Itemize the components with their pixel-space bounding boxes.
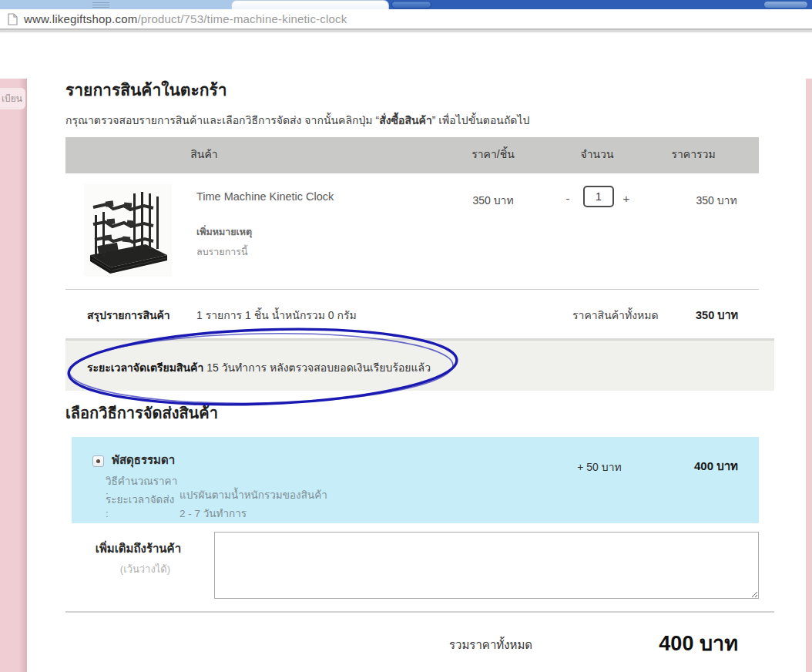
- address-bar: www.likegiftshop.com/product/753/time-ma…: [0, 9, 812, 29]
- header-price-per-piece: ราคา/ชิ้น: [471, 146, 515, 163]
- preparation-notice-rest: 15 วันทำการ หลังตรวจสอบยอดเงินเรียบร้อยแ…: [203, 361, 431, 374]
- note-label: เพิ่มเติมถึงร้านค้า: [65, 539, 181, 558]
- product-image[interactable]: [84, 184, 172, 277]
- browser-tab-bar: [0, 0, 812, 9]
- register-tab-fragment[interactable]: เบียน: [0, 88, 25, 109]
- unit-price: 350 บาท: [472, 192, 513, 209]
- summary-total-label: ราคาสินค้าทั้งหมด: [572, 307, 659, 324]
- summary-row: สรุปรายการสินค้า 1 รายการ 1 ชิ้น น้ำหนัก…: [65, 290, 759, 338]
- quantity-increase-button[interactable]: +: [620, 192, 632, 205]
- note-section: เพิ่มเติมถึงร้านค้า (เว้นว่างได้): [65, 532, 759, 599]
- radio-dot: [96, 459, 100, 463]
- summary-total-value: 350 บาท: [696, 306, 738, 324]
- shipping-total: 400 บาท: [694, 457, 738, 475]
- preparation-notice-bar: ระยะเวลาจัดเตรียมสินค้า 15 วันทำการ หลัง…: [65, 338, 774, 391]
- add-note-link[interactable]: เพิ่มหมายเหตุ: [196, 224, 252, 240]
- cart-table-header: สินค้า ราคา/ชิ้น จำนวน ราคารวม: [65, 137, 759, 173]
- grand-total-value: 400 บาท: [659, 627, 738, 660]
- note-textarea[interactable]: [214, 532, 759, 599]
- instruction-order-button-name: สั่งซื้อสินค้า: [379, 114, 432, 126]
- shipping-duration-value: 2 - 7 วันทำการ: [180, 508, 247, 519]
- register-tab-label: เบียน: [2, 93, 22, 104]
- summary-detail: 1 รายการ 1 ชิ้น น้ำหนักรวม 0 กรัม: [196, 307, 357, 324]
- radio-selected-icon[interactable]: [92, 455, 104, 467]
- instruction-prefix: กรุณาตรวจสอบรายการสินค้าและเลือกวิธีการจ…: [65, 114, 379, 126]
- page-icon: [8, 13, 18, 25]
- browser-active-tab[interactable]: [231, 0, 389, 9]
- tab-menu-icon: [92, 2, 109, 8]
- url-host: www.likegiftshop.com: [24, 12, 137, 25]
- note-labels: เพิ่มเติมถึงร้านค้า (เว้นว่างได้): [65, 532, 181, 599]
- shipping-duration-label: ระยะเวลาจัดส่ง :: [106, 491, 180, 519]
- page-title: รายการสินค้าในตะกร้า: [65, 79, 806, 102]
- cart-page: รายการสินค้าในตะกร้า กรุณาตรวจสอบรายการส…: [27, 79, 806, 672]
- left-sidebar-strip: เบียน: [0, 79, 27, 672]
- header-product: สินค้า: [190, 146, 217, 163]
- shipping-option-name: พัสดุธรรมดา: [112, 451, 175, 469]
- chrome-divider: [0, 29, 812, 32]
- shipping-duration-line: ระยะเวลาจัดส่ง :2 - 7 วันทำการ: [106, 491, 247, 522]
- preparation-notice-text: ระยะเวลาจัดเตรียมสินค้า 15 วันทำการ หลัง…: [87, 359, 431, 376]
- grand-total-label: รวมราคาทั้งหมด: [449, 636, 532, 654]
- cart-item-row: Time Machine Kinetic Clock เพิ่มหมายเหตุ…: [65, 173, 759, 289]
- shipping-title: เลือกวิธีการจัดส่งสินค้า: [65, 402, 806, 424]
- header-total: ราคารวม: [671, 146, 715, 163]
- shipping-option[interactable]: พัสดุธรรมดา วิธีคำนวณราคา :แปรผันตามน้ำห…: [72, 437, 759, 523]
- line-total: 350 บาท: [696, 192, 737, 209]
- quantity-decrease-button[interactable]: -: [562, 192, 574, 205]
- summary-label: สรุปรายการสินค้า: [87, 307, 170, 324]
- new-tab-button[interactable]: [391, 1, 431, 8]
- tab-bar-left-area: [0, 0, 239, 9]
- product-name[interactable]: Time Machine Kinetic Clock: [196, 190, 334, 203]
- grand-total-row: รวมราคาทั้งหมด 400 บาท: [65, 613, 759, 667]
- page-viewport: เบียน รายการสินค้าในตะกร้า กรุณาตรวจสอบร…: [0, 79, 812, 672]
- instruction-text: กรุณาตรวจสอบรายการสินค้าและเลือกวิธีการจ…: [65, 111, 806, 129]
- instruction-suffix: ” เพื่อไปขั้นตอนถัดไป: [432, 114, 530, 126]
- browser-window: www.likegiftshop.com/product/753/time-ma…: [0, 0, 812, 672]
- preparation-notice-bold: ระยะเวลาจัดเตรียมสินค้า: [87, 361, 203, 374]
- right-sidebar-strip: [806, 79, 812, 672]
- header-quantity: จำนวน: [580, 146, 613, 163]
- url-input[interactable]: www.likegiftshop.com/product/753/time-ma…: [24, 12, 347, 25]
- quantity-input[interactable]: [583, 186, 614, 207]
- note-hint: (เว้นว่างได้): [65, 561, 170, 577]
- shipping-surcharge: + 50 บาท: [577, 459, 622, 475]
- url-path: /product/753/time-machine-kinetic-clock: [137, 12, 347, 25]
- window-control-button[interactable]: [763, 1, 808, 8]
- delete-item-link[interactable]: ลบรายการนี้: [196, 244, 248, 260]
